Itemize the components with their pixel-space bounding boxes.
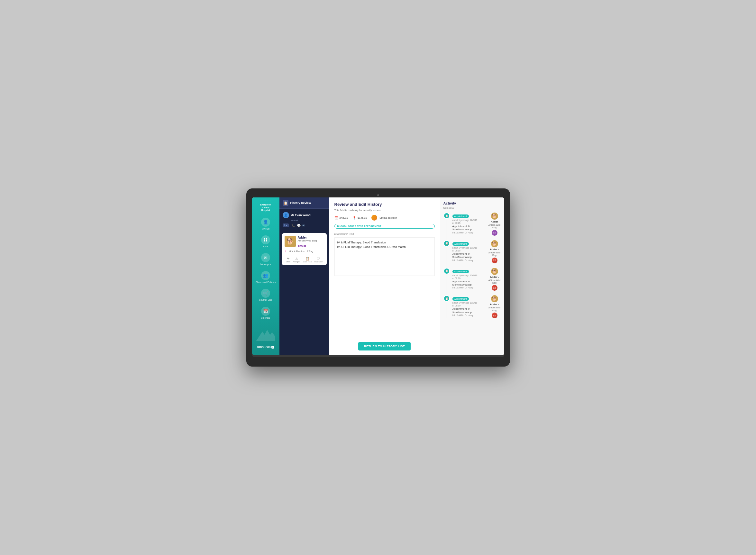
animal-name: Adder: [298, 236, 317, 239]
timeline-doctor-4: 08:15 AM in Dr Harry: [453, 314, 486, 316]
animal-photo: 🐕: [285, 236, 296, 247]
messages-icon: ✉: [261, 253, 270, 262]
patient-panel: 📋 History Review 👤 Mr Evan Wood Normal 8…: [280, 198, 329, 355]
sidebar-item-apps[interactable]: Apps: [252, 233, 280, 251]
timeline-item-4: 📋 Appointment about 1 year ago 11/7/19 a…: [444, 295, 501, 318]
insurance-label: Insurance: [314, 261, 323, 263]
sidebar-item-messages-label: Messages: [260, 263, 271, 266]
sidebar-item-calendar[interactable]: 📅 Calendar: [252, 304, 280, 322]
laptop-screen: Evergreen Animal Hospital 👤 My Hub: [252, 198, 504, 355]
sidebar-item-my-hub[interactable]: 👤 My Hub: [252, 215, 280, 233]
timeline-right-3: 🐕 Adder - African Wild Dog EJ: [488, 268, 501, 291]
allergies-action[interactable]: ⚠ Allergies: [293, 257, 300, 263]
laptop-frame: Evergreen Animal Hospital 👤 My Hub: [246, 188, 510, 367]
pet-avatar-4: 🐕: [491, 295, 498, 302]
animal-card: 🐕 Adder African Wild Dog CARE ♀ 8 Y 4 Mo…: [282, 233, 327, 265]
vet-avatar-2: EJ: [492, 258, 498, 263]
pet-avatar-1: 🐕: [491, 213, 498, 220]
covetrus-logo: covetrus c: [256, 345, 275, 349]
vet-avatar-1: EJ: [492, 230, 498, 236]
sidebar-item-calendar-label: Calendar: [261, 317, 270, 319]
exam-section: Examination Text IV & Fluid Therapy: Blo…: [334, 232, 435, 276]
vitals-icon: ❤: [287, 257, 289, 260]
counter-sale-icon: 🛒: [261, 289, 270, 298]
decorative-triangles: [256, 325, 275, 341]
gender-icon: ♀: [285, 250, 287, 253]
brand-logo: [260, 201, 271, 201]
sidebar-item-my-hub-label: My Hub: [262, 228, 269, 230]
vitals-action[interactable]: ❤ Vitals: [286, 257, 291, 263]
vet-name: Emma Jackson: [379, 216, 397, 219]
insurance-action[interactable]: 🛡 Insurance: [314, 257, 323, 263]
timeline-time-2: about 1 year ago 11/9/19: [453, 247, 486, 249]
record-date: 24/6/19: [340, 216, 348, 219]
timeline-desc-4: Appointment: 0 Sick/Trauma/app: [453, 307, 486, 314]
timeline-doctor-1: 08:15 AM in Dr Harry: [453, 231, 486, 234]
timeline-content-4: Appointment about 1 year ago 11/7/19 at …: [453, 295, 486, 318]
main-content: Review and Edit History This field is re…: [329, 198, 440, 355]
return-to-history-button[interactable]: RETURN TO HISTORY LIST: [358, 342, 411, 350]
timeline-time-4b: at 08:10: [453, 304, 486, 307]
chat-icon[interactable]: 💬: [297, 224, 301, 227]
date-meta: 📅 24/6/19: [334, 216, 348, 220]
my-hub-icon: 👤: [261, 218, 270, 227]
timeline-right-4: 🐕 Adder - African Wild Dog EJ: [488, 295, 501, 318]
vet-avatar-3: EJ: [492, 285, 498, 291]
animal-details: ♀ 8 Y 4 Months 22 kg: [285, 250, 324, 253]
exam-text: IV & Fluid Therapy: Blood Transfusion IV…: [334, 237, 435, 276]
animal-info: Adder African Wild Dog CARE: [298, 236, 317, 248]
timeline-item-2: 📋 Appointment about 1 year ago 11/9/19 a…: [444, 240, 501, 263]
insurance-icon: 🛡: [317, 257, 320, 260]
phone-icon[interactable]: 📞: [291, 224, 295, 227]
sidebar-item-counter-sale[interactable]: 🛒 Counter Sale: [252, 286, 280, 304]
animal-weight: 22 kg: [307, 250, 313, 253]
apps-grid-icon: [264, 238, 267, 242]
timeline-dot-3: 📋: [444, 268, 450, 274]
appt-badge-4: Appointment: [453, 297, 469, 301]
timeline-dot-4: 📋: [444, 295, 450, 302]
sidebar-item-messages[interactable]: ✉ Messages: [252, 251, 280, 268]
patient-info: 👤 Mr Evan Wood Normal 8 ▾ 📞 💬 ✉: [280, 209, 329, 233]
timeline: 📋 Appointment about 1 year ago 12/9/19 a…: [444, 213, 501, 318]
sidebar: Evergreen Animal Hospital 👤 My Hub: [252, 198, 280, 355]
pet-desc-2: African Wild Dog: [488, 251, 501, 257]
record-cost: $145.10: [358, 216, 367, 219]
email-icon[interactable]: ✉: [302, 224, 305, 227]
pet-desc-4: African Wild Dog: [488, 306, 501, 312]
timeline-doctor-3: 08:15 AM in Dr Harry: [453, 287, 486, 289]
calendar-icon: 📅: [261, 307, 270, 316]
animal-card-footer: ❤ Vitals ⚠ Allergies 📋 Care Plan 🛡: [285, 255, 324, 263]
timeline-time-1b: at 08:15: [453, 222, 486, 224]
timeline-dot-2: 📋: [444, 240, 450, 247]
app-container: Evergreen Animal Hospital 👤 My Hub: [252, 198, 504, 355]
record-meta: 📅 24/6/19 📍 $145.10 Emma Jackson: [334, 215, 435, 221]
logo-icon: [263, 201, 268, 201]
sidebar-brand-text: Evergreen Animal Hospital: [260, 204, 271, 212]
pet-name-3: Adder -: [490, 275, 499, 279]
animal-card-top: 🐕 Adder African Wild Dog CARE: [285, 236, 324, 248]
timeline-right-2: 🐕 Adder - African Wild Dog EJ: [488, 240, 501, 263]
exam-label: Examination Text: [334, 232, 435, 236]
sidebar-item-clients-patients[interactable]: 👥 Clients and Patients: [252, 268, 280, 286]
cost-meta: 📍 $145.10: [352, 216, 367, 220]
patient-tag[interactable]: 8 ▾: [283, 223, 289, 227]
history-review-header: 📋 History Review: [280, 198, 329, 209]
timeline-content-3: Appointment about 1 year ago 10/9/19 at …: [453, 268, 486, 291]
appt-badge-1: Appointment: [453, 214, 469, 218]
svg-rect-2: [266, 238, 267, 240]
pet-desc-1: African Wild Dog: [488, 224, 501, 229]
timeline-time-2b: at 08:15: [453, 250, 486, 252]
vet-meta: Emma Jackson: [371, 215, 397, 221]
svg-point-0: [264, 201, 267, 201]
animal-breed: African Wild Dog: [298, 239, 317, 242]
patient-status: Normal: [283, 219, 326, 221]
exam-line-2: IV & Fluid Therapy: Blood Transfusion & …: [337, 245, 432, 249]
sidebar-nav: 👤 My Hub Apps: [252, 215, 280, 322]
care-plan-action[interactable]: 📋 Care Plan: [303, 257, 311, 263]
pet-name-1: Adder: [491, 220, 498, 223]
svg-rect-1: [264, 238, 265, 240]
vitals-label: Vitals: [286, 261, 291, 263]
animal-age: 8 Y 4 Months: [289, 250, 304, 253]
allergies-label: Allergies: [293, 261, 300, 263]
exam-line-1: IV & Fluid Therapy: Blood Transfusion: [337, 240, 432, 245]
